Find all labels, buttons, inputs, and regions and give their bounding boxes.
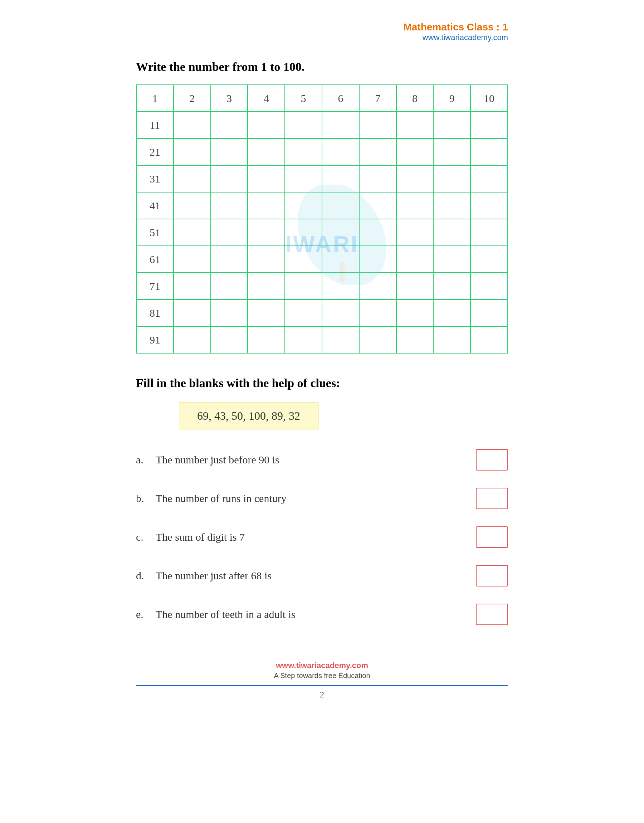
grid-wrapper: IWARI 12345678910112131415161718191 <box>136 84 508 375</box>
grid-cell[interactable] <box>471 219 508 246</box>
grid-cell[interactable] <box>285 219 322 246</box>
grid-cell[interactable] <box>248 165 285 192</box>
question-text: The sum of digit is 7 <box>156 531 462 543</box>
grid-cell[interactable] <box>322 326 359 353</box>
grid-cell[interactable] <box>396 138 434 165</box>
grid-cell[interactable] <box>359 273 396 299</box>
section1-title: Write the number from 1 to 100. <box>136 60 508 74</box>
grid-cell[interactable] <box>359 299 396 326</box>
grid-cell[interactable] <box>248 246 285 273</box>
grid-cell[interactable] <box>396 273 434 299</box>
grid-cell[interactable] <box>322 219 359 246</box>
answer-input-box[interactable] <box>476 526 508 548</box>
grid-cell[interactable] <box>433 299 471 326</box>
grid-cell[interactable] <box>173 112 211 138</box>
grid-cell: 6 <box>322 85 359 112</box>
grid-cell[interactable] <box>211 165 248 192</box>
answer-input-box[interactable] <box>476 449 508 471</box>
grid-cell[interactable] <box>211 326 248 353</box>
grid-cell[interactable] <box>359 192 396 219</box>
grid-cell[interactable] <box>248 326 285 353</box>
grid-cell[interactable] <box>433 273 471 299</box>
grid-cell[interactable] <box>359 165 396 192</box>
grid-cell[interactable] <box>285 273 322 299</box>
answer-input-box[interactable] <box>476 604 508 625</box>
grid-cell[interactable] <box>322 192 359 219</box>
grid-cell[interactable] <box>322 246 359 273</box>
grid-cell[interactable] <box>211 299 248 326</box>
clues-box: 69, 43, 50, 100, 89, 32 <box>179 403 319 429</box>
grid-cell: 10 <box>471 85 508 112</box>
grid-cell[interactable] <box>173 165 211 192</box>
answer-input-box[interactable] <box>476 488 508 509</box>
grid-cell[interactable] <box>211 219 248 246</box>
grid-cell[interactable] <box>211 246 248 273</box>
grid-cell[interactable] <box>433 326 471 353</box>
grid-cell[interactable] <box>248 138 285 165</box>
footer: www.tiwariacademy.com A Step towards fre… <box>136 654 508 686</box>
grid-cell[interactable] <box>173 138 211 165</box>
grid-cell[interactable] <box>396 299 434 326</box>
grid-cell[interactable] <box>322 112 359 138</box>
grid-cell[interactable] <box>285 246 322 273</box>
grid-cell[interactable] <box>396 246 434 273</box>
grid-cell[interactable] <box>396 326 434 353</box>
grid-cell[interactable] <box>285 138 322 165</box>
grid-cell[interactable] <box>211 273 248 299</box>
grid-cell[interactable] <box>322 138 359 165</box>
grid-cell[interactable] <box>471 273 508 299</box>
header-title: Mathematics Class : 1 <box>136 21 508 33</box>
grid-cell[interactable] <box>359 112 396 138</box>
grid-cell[interactable] <box>248 112 285 138</box>
grid-cell[interactable] <box>173 219 211 246</box>
grid-cell[interactable] <box>173 326 211 353</box>
question-item: b.The number of runs in century <box>136 488 508 509</box>
grid-cell[interactable] <box>173 246 211 273</box>
number-grid: 12345678910112131415161718191 <box>136 84 508 354</box>
grid-cell: 11 <box>136 112 173 138</box>
grid-cell[interactable] <box>173 192 211 219</box>
grid-cell[interactable] <box>173 273 211 299</box>
grid-cell[interactable] <box>433 219 471 246</box>
grid-cell[interactable] <box>471 165 508 192</box>
grid-cell[interactable] <box>211 138 248 165</box>
question-text: The number of teeth in a adult is <box>156 608 462 621</box>
grid-cell[interactable] <box>322 299 359 326</box>
grid-cell[interactable] <box>359 138 396 165</box>
grid-cell[interactable] <box>433 246 471 273</box>
grid-cell[interactable] <box>322 165 359 192</box>
grid-cell[interactable] <box>471 326 508 353</box>
grid-cell[interactable] <box>248 192 285 219</box>
grid-cell[interactable] <box>248 219 285 246</box>
grid-cell[interactable] <box>433 192 471 219</box>
grid-cell[interactable] <box>285 299 322 326</box>
grid-cell: 8 <box>396 85 434 112</box>
grid-cell[interactable] <box>471 192 508 219</box>
grid-cell[interactable] <box>471 246 508 273</box>
grid-cell[interactable] <box>396 192 434 219</box>
grid-cell[interactable] <box>471 138 508 165</box>
grid-cell[interactable] <box>285 192 322 219</box>
question-item: d.The number just after 68 is <box>136 565 508 587</box>
grid-cell[interactable] <box>471 112 508 138</box>
grid-cell[interactable] <box>433 112 471 138</box>
grid-cell[interactable] <box>211 192 248 219</box>
grid-cell[interactable] <box>285 165 322 192</box>
grid-cell[interactable] <box>322 273 359 299</box>
grid-cell[interactable] <box>359 326 396 353</box>
grid-cell[interactable] <box>471 299 508 326</box>
grid-cell[interactable] <box>359 219 396 246</box>
grid-cell[interactable] <box>173 299 211 326</box>
grid-cell[interactable] <box>396 219 434 246</box>
grid-cell[interactable] <box>211 112 248 138</box>
answer-input-box[interactable] <box>476 565 508 587</box>
grid-cell[interactable] <box>433 138 471 165</box>
grid-cell[interactable] <box>285 326 322 353</box>
grid-cell[interactable] <box>285 112 322 138</box>
grid-cell[interactable] <box>248 299 285 326</box>
grid-cell[interactable] <box>396 112 434 138</box>
grid-cell[interactable] <box>396 165 434 192</box>
grid-cell[interactable] <box>359 246 396 273</box>
grid-cell[interactable] <box>248 273 285 299</box>
grid-cell[interactable] <box>433 165 471 192</box>
